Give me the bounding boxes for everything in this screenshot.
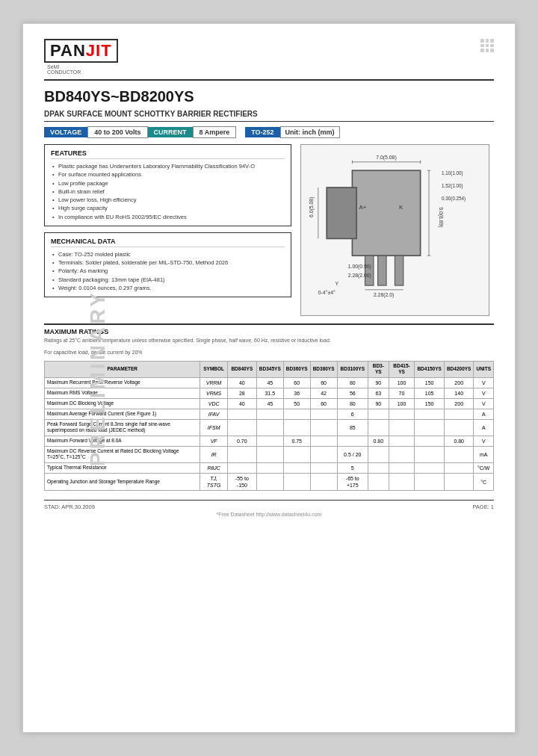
table-cell-value: 0.75 bbox=[283, 436, 310, 446]
table-cell-value: 63 bbox=[368, 388, 389, 398]
table-header-cell: BD4150YS bbox=[415, 361, 445, 377]
table-cell-value bbox=[389, 409, 415, 419]
table-cell-value: -65 to +175 bbox=[337, 473, 368, 490]
svg-text:7.0(5.08): 7.0(5.08) bbox=[376, 155, 396, 161]
svg-text:1.00(0.90): 1.00(0.90) bbox=[348, 264, 371, 270]
table-cell-value bbox=[310, 409, 337, 419]
table-row: Maximum RMS VoltageVRMS2831.536425663701… bbox=[45, 388, 494, 398]
table-cell-value bbox=[389, 436, 415, 446]
table-row: Typical Thermal ResistanceRθJC5°C/W bbox=[45, 462, 494, 473]
table-cell-symbol: IFAV bbox=[200, 409, 227, 419]
table-cell-value: 80 bbox=[337, 377, 368, 388]
table-cell-value: 45 bbox=[256, 377, 283, 388]
table-cell-value: V bbox=[474, 388, 494, 398]
table-cell-value bbox=[368, 420, 389, 436]
table-header-cell: BD3100YS bbox=[337, 361, 368, 377]
table-cell-value: °C bbox=[474, 473, 494, 490]
table-cell-param: Typical Thermal Resistance bbox=[45, 462, 200, 473]
table-cell-value bbox=[310, 473, 337, 490]
unit-label-badge: Unit: inch (mm) bbox=[280, 126, 340, 138]
mechdata-title: MECHANICAL DATA bbox=[51, 238, 285, 247]
footer-url: *Free Datasheet http://www.datasheet4u.c… bbox=[44, 512, 494, 517]
mechdata-item: Terminals: Solder plated, solderable per… bbox=[51, 258, 285, 267]
table-cell-value bbox=[368, 462, 389, 473]
table-row: Operating Junction and Storage Temperatu… bbox=[45, 473, 494, 490]
table-cell-value: 150 bbox=[415, 398, 445, 409]
table-cell-value: -55 to -150 bbox=[227, 473, 256, 490]
ratings-divider bbox=[44, 323, 494, 325]
svg-text:9.0(8.89): 9.0(8.89) bbox=[438, 207, 444, 227]
table-row: Maximum DC Blocking VoltageVDC4045506080… bbox=[45, 398, 494, 409]
table-cell-value bbox=[227, 447, 256, 463]
ratings-title: MAXIMUM RATINGS bbox=[44, 328, 494, 335]
footer-page: PAGE: 1 bbox=[472, 504, 494, 510]
current-value-badge: 8 Ampere bbox=[193, 126, 237, 138]
logo-pan: PAN bbox=[50, 41, 86, 60]
table-cell-value: 40 bbox=[227, 377, 256, 388]
feature-item: Low profile package bbox=[51, 179, 285, 188]
table-cell-value: 70 bbox=[389, 388, 415, 398]
feature-item: For surface mounted applications bbox=[51, 170, 285, 179]
table-cell-value bbox=[415, 473, 445, 490]
mechdata-item: Case: TO-252 molded plastic bbox=[51, 250, 285, 258]
table-cell-value bbox=[310, 420, 337, 436]
table-cell-value: 50 bbox=[283, 398, 310, 409]
table-cell-value bbox=[389, 462, 415, 473]
table-cell-value: 200 bbox=[444, 398, 474, 409]
table-cell-value: °C/W bbox=[474, 462, 494, 473]
table-cell-value: 31.5 bbox=[256, 388, 283, 398]
table-cell-value bbox=[310, 436, 337, 446]
table-cell-value bbox=[256, 462, 283, 473]
feature-item: High surge capacity bbox=[51, 204, 285, 212]
table-cell-value bbox=[283, 473, 310, 490]
subtitle-bar: DPAK SURFACE MOUNT SCHOTTKY BARRIER RECT… bbox=[44, 110, 494, 122]
table-cell-value: 100 bbox=[389, 377, 415, 388]
table-cell-value bbox=[444, 420, 474, 436]
svg-text:0-4°±4°: 0-4°±4° bbox=[318, 290, 336, 295]
table-cell-value bbox=[415, 462, 445, 473]
table-header-cell: BD3-YS bbox=[368, 361, 389, 377]
table-cell-value: 6 bbox=[337, 409, 368, 419]
table-cell-value bbox=[283, 420, 310, 436]
table-header-cell: SYMBOL bbox=[200, 361, 227, 377]
table-header-cell: PARAMETER bbox=[45, 361, 200, 377]
ratings-note2: For capacitive load, derate current by 2… bbox=[44, 349, 494, 356]
voltage-label-badge: VOLTAGE bbox=[44, 127, 87, 137]
table-cell-param: Maximum DC Blocking Voltage bbox=[45, 398, 200, 409]
table-cell-value bbox=[389, 473, 415, 490]
table-header-cell: BD345YS bbox=[256, 361, 283, 377]
table-row: Peak Forward Surge Current 8.3ms single … bbox=[45, 420, 494, 436]
table-cell-value bbox=[368, 409, 389, 419]
table-cell-param: Maximum Average Forward Current (See Fig… bbox=[45, 409, 200, 419]
table-cell-param: Maximum Forward Voltage at 8.0A bbox=[45, 436, 200, 446]
table-header-cell: BD360YS bbox=[283, 361, 310, 377]
svg-text:K: K bbox=[399, 204, 404, 211]
table-header-cell: BD415-YS bbox=[389, 361, 415, 377]
svg-text:2.28(2.00): 2.28(2.00) bbox=[348, 273, 371, 279]
table-cell-value bbox=[256, 436, 283, 446]
table-cell-value: 0.80 bbox=[444, 436, 474, 446]
table-cell-value bbox=[415, 420, 445, 436]
footer-date: STAD: APR.30.2009 bbox=[44, 504, 95, 510]
svg-text:1.52(1.00): 1.52(1.00) bbox=[442, 183, 463, 189]
table-cell-param: Operating Junction and Storage Temperatu… bbox=[45, 473, 200, 490]
table-cell-value: 5 bbox=[337, 462, 368, 473]
two-col-layout: FEATURES Plastic package has Underwriter… bbox=[44, 144, 494, 316]
mechdata-box: MECHANICAL DATA Case: TO-252 molded plas… bbox=[44, 232, 291, 297]
feature-item: In compliance with EU RoHS 2002/95/EC di… bbox=[51, 213, 285, 221]
table-cell-value: 90 bbox=[368, 398, 389, 409]
feature-item: Built-in strain relief bbox=[51, 188, 285, 196]
table-cell-param: Maximum DC Reverse Current at Rated DC B… bbox=[45, 447, 200, 463]
table-row: Maximum DC Reverse Current at Rated DC B… bbox=[45, 447, 494, 463]
table-cell-value: 45 bbox=[256, 398, 283, 409]
table-cell-param: Peak Forward Surge Current 8.3ms single … bbox=[45, 420, 200, 436]
badge-row: VOLTAGE 40 to 200 Volts CURRENT 8 Ampere… bbox=[44, 126, 494, 138]
svg-text:Y: Y bbox=[336, 281, 339, 286]
ratings-table: PARAMETERSYMBOLBD840YSBD345YSBD360YSBD38… bbox=[44, 361, 494, 491]
table-cell-value: 0.80 bbox=[368, 436, 389, 446]
table-cell-value bbox=[337, 436, 368, 446]
features-list: Plastic package has Underwriters Laborat… bbox=[51, 162, 285, 221]
header-right bbox=[480, 39, 494, 52]
table-cell-value: 80 bbox=[337, 398, 368, 409]
mechdata-item: Weight: 0.0104 ounces, 0.297 grams. bbox=[51, 284, 285, 292]
